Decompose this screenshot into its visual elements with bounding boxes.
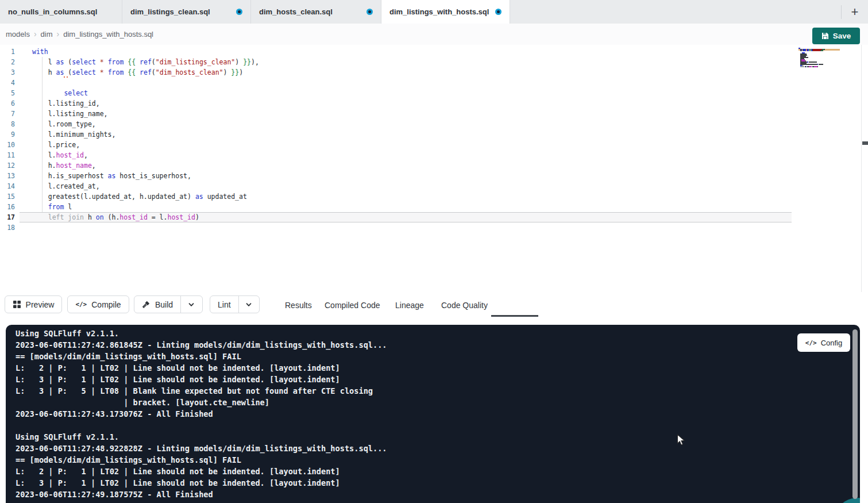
lint-button[interactable]: Lint <box>210 296 239 313</box>
code-line[interactable]: 7 l.listing_name, <box>0 109 868 119</box>
line-number[interactable]: 9 <box>0 129 20 140</box>
code-text: h.host_name, <box>20 160 96 171</box>
terminal-scrollbar-thumb[interactable] <box>852 329 858 499</box>
breadcrumb-item-models[interactable]: models <box>6 30 30 39</box>
line-number[interactable]: 10 <box>0 140 20 150</box>
plus-icon: + <box>851 5 859 20</box>
line-number[interactable]: 11 <box>0 150 20 160</box>
code-line[interactable]: 2 l as (select * from {{ ref("dim_listin… <box>0 57 868 67</box>
unsaved-changes-badge[interactable] <box>236 9 242 15</box>
tab-bar-spacer <box>510 0 841 24</box>
breadcrumb-bar: models›dim›dim_listings_with_hosts.sql S… <box>0 24 868 45</box>
code-line[interactable]: 18 <box>0 222 868 233</box>
code-text: l.created_at, <box>20 181 100 191</box>
code-line[interactable]: 4 <box>0 78 868 88</box>
build-button[interactable]: Build <box>134 296 181 313</box>
file-tab[interactable]: no_nulls_in_columns.sql <box>0 0 122 24</box>
code-text: l.price, <box>20 140 80 150</box>
code-text: h.is_superhost as host_is_superhost, <box>20 171 191 181</box>
preview-button[interactable]: Preview <box>5 295 62 313</box>
terminal-line: 2023-06-06T11:27:49.187575Z - All Finish… <box>16 490 387 501</box>
tab-bar: no_nulls_in_columns.sqldim_listings_clea… <box>0 0 868 24</box>
line-number[interactable]: 6 <box>0 98 20 109</box>
active-tab-underline <box>491 315 538 317</box>
compile-button[interactable]: </> Compile <box>67 295 129 313</box>
code-line[interactable]: 17 left join h on (h.host_id = l.host_id… <box>0 212 868 222</box>
code-line[interactable]: 11 l.host_id, <box>0 150 868 160</box>
file-tab[interactable]: dim_hosts_clean.sql <box>251 0 381 24</box>
line-number[interactable]: 18 <box>0 222 20 233</box>
terminal-line: L: 3 | P: 1 | LT02 | Line should not be … <box>16 375 387 386</box>
terminal-line: | bracket. [layout.cte_newline] <box>16 398 387 409</box>
compile-button-label: Compile <box>91 300 121 309</box>
lint-button-label: Lint <box>218 300 231 309</box>
code-brackets-icon: </> <box>75 301 87 308</box>
code-line[interactable]: 5 select <box>0 88 868 98</box>
code-line[interactable]: 13 h.is_superhost as host_is_superhost, <box>0 171 868 181</box>
line-number[interactable]: 2 <box>0 57 20 67</box>
action-toolbar: Preview </> Compile Build Lint <box>0 292 868 325</box>
code-line[interactable]: 3 h as (select * from {{ ref("dim_hosts_… <box>0 67 868 78</box>
line-number[interactable]: 16 <box>0 202 20 212</box>
build-split-button: Build <box>134 295 203 313</box>
save-button[interactable]: Save <box>812 28 860 44</box>
line-number[interactable]: 3 <box>0 67 20 78</box>
code-line[interactable]: 15 greatest(l.updated_at, h.updated_at) … <box>0 191 868 202</box>
minimap[interactable] <box>798 48 840 68</box>
editor-scrollbar-thumb[interactable] <box>862 141 868 145</box>
code-text: greatest(l.updated_at, h.updated_at) as … <box>20 191 247 202</box>
new-tab-button[interactable]: + <box>842 0 868 24</box>
line-number[interactable]: 17 <box>0 212 20 222</box>
code-line[interactable]: 10 l.price, <box>0 140 868 150</box>
code-text <box>20 222 32 233</box>
line-number[interactable]: 1 <box>0 47 20 57</box>
code-text <box>20 78 32 88</box>
tab-lineage[interactable]: Lineage <box>395 292 424 319</box>
code-line[interactable]: 12 h.host_name, <box>0 160 868 171</box>
code-line[interactable]: 9 l.minimum_nights, <box>0 129 868 140</box>
breadcrumb-item-file: dim_listings_with_hosts.sql <box>63 30 153 39</box>
code-brackets-icon: </> <box>805 339 817 347</box>
lint-dropdown-button[interactable] <box>239 296 259 313</box>
code-line[interactable]: 1with <box>0 47 868 57</box>
code-text: l.room_type, <box>20 119 96 129</box>
code-editor[interactable]: 1with2 l as (select * from {{ ref("dim_l… <box>0 45 868 292</box>
code-line[interactable]: 16 from l <box>0 202 868 212</box>
line-number[interactable]: 8 <box>0 119 20 129</box>
file-tab[interactable]: dim_listings_clean.sql <box>122 0 251 24</box>
terminal-line: L: 3 | P: 5 | LT08 | Blank line expected… <box>16 386 387 398</box>
breadcrumb-item-dim[interactable]: dim <box>41 30 53 39</box>
code-text: from l <box>20 202 72 212</box>
terminal-line: Using SQLFluff v2.1.1. <box>16 329 387 340</box>
lint-split-button: Lint <box>210 295 260 313</box>
code-line[interactable]: 14 l.created_at, <box>0 181 868 191</box>
table-grid-icon <box>13 300 21 309</box>
hammer-icon <box>142 300 151 309</box>
unsaved-changes-badge[interactable] <box>367 9 373 15</box>
line-number[interactable]: 7 <box>0 109 20 119</box>
code-text: h as (select * from {{ ref("dim_hosts_cl… <box>20 67 243 78</box>
code-line[interactable]: 8 l.room_type, <box>0 119 868 129</box>
code-line[interactable]: 6 l.listing_id, <box>0 98 868 109</box>
file-tab-label: dim_listings_clean.sql <box>130 7 210 16</box>
line-number[interactable]: 13 <box>0 171 20 181</box>
terminal-line: == [models/dim/dim_listings_with_hosts.s… <box>16 455 387 467</box>
minimap-lines <box>798 48 840 68</box>
config-button[interactable]: </> Config <box>797 333 850 352</box>
build-dropdown-button[interactable] <box>181 296 202 313</box>
tab-results[interactable]: Results <box>285 292 312 319</box>
line-number[interactable]: 4 <box>0 78 20 88</box>
file-tab[interactable]: dim_listings_with_hosts.sql <box>381 0 510 24</box>
code-text: l.minimum_nights, <box>20 129 115 140</box>
line-number[interactable]: 12 <box>0 160 20 171</box>
unsaved-changes-badge[interactable] <box>495 9 501 15</box>
code-text: l as (select * from {{ ref("dim_listings… <box>20 57 259 67</box>
terminal-line: L: 3 | P: 1 | LT02 | Line should not be … <box>16 478 387 490</box>
code-lines: 1with2 l as (select * from {{ ref("dim_l… <box>0 47 868 233</box>
tab-code-quality[interactable]: Code Quality <box>441 292 488 319</box>
line-number[interactable]: 15 <box>0 191 20 202</box>
tab-compiled-code[interactable]: Compiled Code <box>325 292 380 319</box>
chevron-down-icon <box>188 301 195 308</box>
line-number[interactable]: 14 <box>0 181 20 191</box>
line-number[interactable]: 5 <box>0 88 20 98</box>
